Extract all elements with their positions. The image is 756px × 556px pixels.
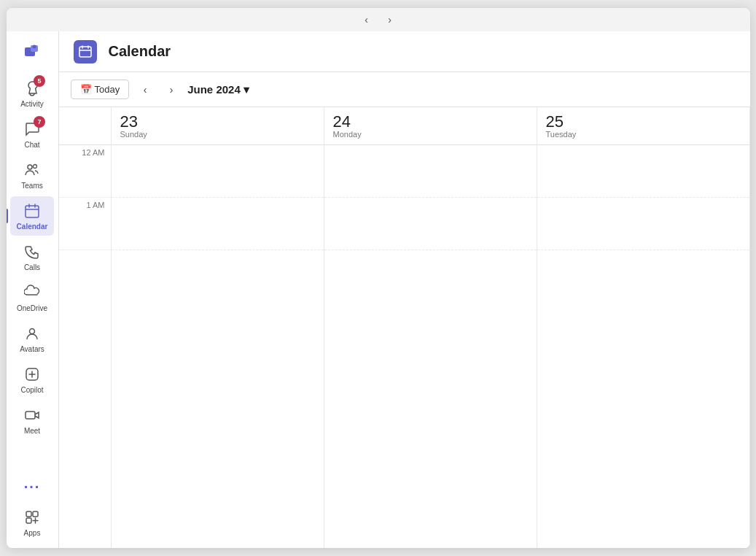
titlebar-nav: ‹ › bbox=[356, 9, 400, 30]
month-text: June 2024 bbox=[187, 83, 241, 96]
calendar-title: Calendar bbox=[109, 43, 171, 60]
calls-icon bbox=[22, 242, 42, 262]
time-column: 12 AM 1 AM bbox=[59, 107, 112, 548]
svg-rect-9 bbox=[26, 511, 31, 517]
calendar-icon-box bbox=[74, 40, 97, 63]
sidebar-logo[interactable] bbox=[10, 37, 54, 66]
sidebar: 5 Activity 7 Chat bbox=[7, 31, 59, 548]
day-slots-tuesday[interactable] bbox=[537, 145, 749, 548]
sidebar-dots-button[interactable]: ··· bbox=[10, 473, 54, 501]
svg-rect-12 bbox=[79, 47, 91, 57]
avatars-label: Avatars bbox=[20, 345, 44, 354]
month-label[interactable]: June 2024 ▾ bbox=[187, 83, 249, 96]
onedrive-label: OneDrive bbox=[17, 304, 47, 313]
day-header-tuesday: 25 Tuesday bbox=[537, 107, 749, 145]
today-button[interactable]: 📅 Today bbox=[71, 80, 130, 99]
day-column-tuesday: 25 Tuesday bbox=[537, 107, 750, 548]
chat-badge: 7 bbox=[34, 116, 45, 128]
svg-rect-10 bbox=[33, 511, 38, 517]
meet-label: Meet bbox=[24, 427, 40, 436]
teams-label: Teams bbox=[21, 182, 42, 190]
day-slot[interactable] bbox=[324, 198, 537, 250]
day-slot[interactable] bbox=[537, 145, 749, 198]
calendar-grid: 12 AM 1 AM 23 Sunday bbox=[59, 107, 750, 548]
day-number-25: 25 bbox=[546, 114, 564, 130]
calendar-icon bbox=[22, 201, 42, 221]
svg-point-3 bbox=[28, 165, 32, 169]
day-column-monday: 24 Monday bbox=[324, 107, 537, 548]
calendar-toolbar: 📅 Today ‹ › June 2024 ▾ bbox=[59, 72, 750, 107]
sidebar-item-teams[interactable]: Teams bbox=[10, 155, 54, 195]
day-number-23: 23 bbox=[120, 114, 138, 130]
day-name-monday: Monday bbox=[333, 130, 362, 139]
activity-label: Activity bbox=[20, 100, 44, 109]
teams-logo-icon bbox=[22, 42, 42, 62]
calendar-label: Calendar bbox=[17, 223, 48, 231]
next-month-button[interactable]: › bbox=[161, 80, 182, 100]
time-slot-1am: 1 AM bbox=[59, 198, 111, 250]
activity-icon: 5 bbox=[22, 78, 42, 99]
active-indicator bbox=[7, 209, 9, 223]
sidebar-item-chat[interactable]: 7 Chat bbox=[10, 115, 54, 154]
chevron-down-icon: ▾ bbox=[243, 83, 249, 96]
svg-rect-11 bbox=[26, 518, 31, 523]
prev-month-button[interactable]: ‹ bbox=[135, 80, 155, 100]
day-slots-sunday[interactable] bbox=[112, 145, 324, 548]
svg-point-2 bbox=[33, 45, 36, 49]
sidebar-item-onedrive[interactable]: OneDrive bbox=[10, 278, 54, 317]
chat-label: Chat bbox=[24, 141, 39, 150]
day-name-sunday: Sunday bbox=[120, 130, 147, 139]
copilot-label: Copilot bbox=[20, 386, 43, 395]
svg-point-4 bbox=[34, 165, 37, 169]
sidebar-item-apps[interactable]: Apps bbox=[10, 503, 54, 542]
day-slot[interactable] bbox=[112, 198, 324, 250]
svg-point-6 bbox=[30, 329, 35, 334]
time-slot-12am: 12 AM bbox=[59, 145, 111, 198]
app-body: 5 Activity 7 Chat bbox=[7, 31, 750, 548]
calls-label: Calls bbox=[24, 263, 40, 272]
today-label: Today bbox=[95, 84, 120, 95]
svg-rect-5 bbox=[26, 206, 39, 217]
day-header-monday: 24 Monday bbox=[324, 107, 537, 145]
copilot-icon bbox=[22, 364, 42, 385]
apps-add-icon bbox=[22, 507, 42, 528]
forward-button[interactable]: › bbox=[380, 9, 400, 30]
svg-rect-8 bbox=[26, 412, 35, 419]
title-bar: ‹ › bbox=[7, 8, 750, 31]
sidebar-item-calendar[interactable]: Calendar bbox=[10, 196, 54, 236]
teams-icon bbox=[22, 160, 42, 180]
day-slot[interactable] bbox=[537, 198, 749, 250]
main-content: Calendar 📅 Today ‹ › June 2024 ▾ bbox=[59, 31, 750, 548]
back-button[interactable]: ‹ bbox=[356, 9, 377, 30]
day-column-sunday: 23 Sunday bbox=[112, 107, 324, 548]
day-columns: 23 Sunday 24 Monday bbox=[112, 107, 750, 548]
sidebar-item-calls[interactable]: Calls bbox=[10, 237, 54, 277]
day-number-24: 24 bbox=[333, 114, 351, 130]
day-slot[interactable] bbox=[324, 145, 537, 198]
apps-label: Apps bbox=[24, 529, 41, 538]
day-name-tuesday: Tuesday bbox=[546, 130, 577, 139]
day-slots-monday[interactable] bbox=[324, 145, 537, 548]
day-slot[interactable] bbox=[112, 145, 324, 198]
today-icon: 📅 bbox=[80, 84, 92, 95]
avatars-icon bbox=[22, 323, 42, 344]
onedrive-icon bbox=[22, 282, 42, 303]
time-header-cell bbox=[59, 107, 111, 145]
calendar-header: Calendar bbox=[59, 31, 750, 72]
sidebar-item-copilot[interactable]: Copilot bbox=[10, 360, 54, 399]
activity-badge: 5 bbox=[34, 75, 45, 87]
sidebar-item-meet[interactable]: Meet bbox=[10, 401, 54, 440]
day-header-sunday: 23 Sunday bbox=[112, 107, 324, 145]
chat-icon: 7 bbox=[22, 119, 42, 139]
sidebar-item-avatars[interactable]: Avatars bbox=[10, 319, 54, 358]
sidebar-item-activity[interactable]: 5 Activity bbox=[10, 74, 54, 113]
dots-icon: ··· bbox=[24, 479, 41, 495]
meet-icon bbox=[22, 405, 42, 425]
